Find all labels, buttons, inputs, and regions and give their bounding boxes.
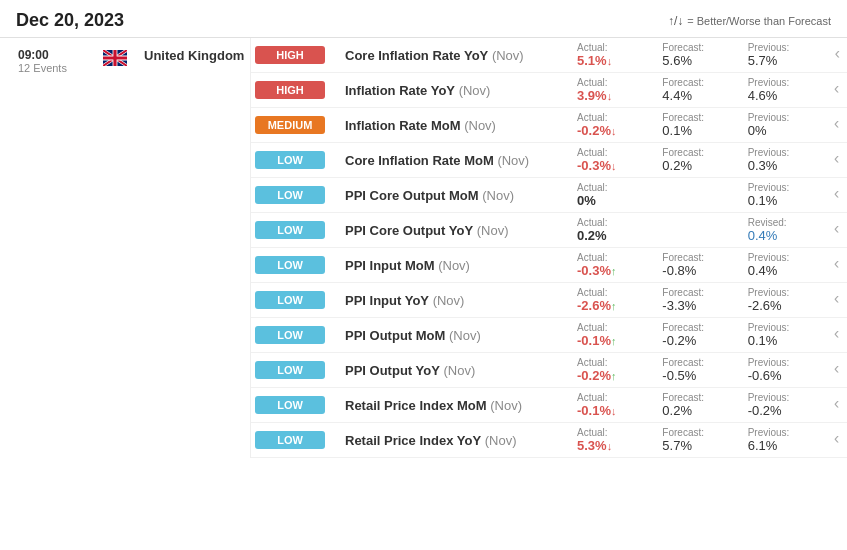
event-period: (Nov) [490, 398, 522, 413]
event-period: (Nov) [443, 363, 475, 378]
forecast-cell: Forecast:-3.3% [656, 283, 741, 318]
uk-flag-icon [103, 50, 127, 66]
badge-high: HIGH [255, 46, 325, 64]
previous-cell: Previous:0% [742, 108, 827, 143]
event-name: PPI Output YoY [345, 363, 440, 378]
table-row[interactable]: HIGHCore Inflation Rate YoY (Nov)Actual:… [251, 38, 847, 73]
table-row[interactable]: LOWPPI Output YoY (Nov)Actual:-0.2%↑Fore… [251, 353, 847, 388]
event-name-cell: Core Inflation Rate YoY (Nov) [341, 38, 571, 73]
actual-cell: Actual:-2.6%↑ [571, 283, 656, 318]
event-name: Core Inflation Rate YoY [345, 48, 488, 63]
table-row[interactable]: LOWPPI Input YoY (Nov)Actual:-2.6%↑Forec… [251, 283, 847, 318]
table-row[interactable]: LOWPPI Core Output MoM (Nov)Actual:0%Pre… [251, 178, 847, 213]
event-name-cell: Inflation Rate MoM (Nov) [341, 108, 571, 143]
actual-cell: Actual:-0.3%↑ [571, 248, 656, 283]
previous-cell: Previous:5.7% [742, 38, 827, 73]
actual-cell: Actual:5.1%↓ [571, 38, 656, 73]
chevron-icon[interactable]: › [820, 290, 848, 310]
event-period: (Nov) [449, 328, 481, 343]
chevron-icon[interactable]: › [820, 45, 847, 65]
chevron-icon[interactable]: › [820, 255, 848, 275]
event-name: PPI Core Output MoM [345, 188, 479, 203]
event-period: (Nov) [464, 118, 496, 133]
event-name: Inflation Rate YoY [345, 83, 455, 98]
forecast-cell: Forecast:4.4% [656, 73, 741, 108]
previous-cell: Previous:0.1% [742, 318, 827, 353]
chevron-icon[interactable]: › [820, 395, 848, 415]
legend: ↑/↓ = Better/Worse than Forecast [668, 14, 831, 28]
table-row[interactable]: LOWRetail Price Index MoM (Nov)Actual:-0… [251, 388, 847, 423]
left-section: 09:00 12 Events United Kingdom [0, 38, 251, 458]
event-name: PPI Output MoM [345, 328, 445, 343]
event-time: 09:00 [18, 48, 82, 62]
event-name-cell: Retail Price Index YoY (Nov) [341, 423, 571, 458]
forecast-cell: Forecast:5.6% [656, 38, 741, 73]
page-container: Dec 20, 2023 ↑/↓ = Better/Worse than For… [0, 0, 847, 458]
forecast-cell [656, 213, 741, 248]
actual-cell: Actual:5.3%↓ [571, 423, 656, 458]
event-period: (Nov) [459, 83, 491, 98]
previous-cell: Previous:-0.6% [742, 353, 827, 388]
event-period: (Nov) [485, 433, 517, 448]
badge-low: LOW [255, 326, 325, 344]
badge-low: LOW [255, 396, 325, 414]
forecast-cell: Forecast:-0.8% [656, 248, 741, 283]
event-name-cell: PPI Output YoY (Nov) [341, 353, 571, 388]
badge-cell: MEDIUM [251, 108, 341, 143]
actual-cell: Actual:-0.2%↑ [571, 353, 656, 388]
badge-cell: LOW [251, 318, 341, 353]
event-period: (Nov) [497, 153, 529, 168]
event-name-cell: PPI Output MoM (Nov) [341, 318, 571, 353]
chevron-icon[interactable]: › [820, 360, 848, 380]
event-name-cell: Retail Price Index MoM (Nov) [341, 388, 571, 423]
chevron-icon[interactable]: › [820, 220, 848, 240]
previous-cell: Previous:0.3% [742, 143, 827, 178]
event-period: (Nov) [477, 223, 509, 238]
previous-cell: Previous:0.4% [742, 248, 827, 283]
previous-cell: Previous:4.6% [742, 73, 827, 108]
forecast-cell: Forecast:0.2% [656, 388, 741, 423]
events-table: HIGHCore Inflation Rate YoY (Nov)Actual:… [251, 38, 847, 458]
event-name: Retail Price Index YoY [345, 433, 481, 448]
badge-low: LOW [255, 221, 325, 239]
table-row[interactable]: LOWPPI Core Output YoY (Nov)Actual:0.2%R… [251, 213, 847, 248]
badge-cell: LOW [251, 248, 341, 283]
table-row[interactable]: LOWPPI Input MoM (Nov)Actual:-0.3%↑Forec… [251, 248, 847, 283]
badge-cell: LOW [251, 213, 341, 248]
chevron-icon[interactable]: › [820, 325, 848, 345]
badge-low: LOW [255, 431, 325, 449]
chevron-icon[interactable]: › [820, 185, 848, 205]
badge-low: LOW [255, 291, 325, 309]
legend-arrows: ↑/↓ [668, 14, 683, 28]
chevron-icon[interactable]: › [820, 115, 848, 135]
event-name-cell: Inflation Rate YoY (Nov) [341, 73, 571, 108]
event-period: (Nov) [433, 293, 465, 308]
event-name: PPI Input MoM [345, 258, 435, 273]
forecast-cell: Forecast:-0.5% [656, 353, 741, 388]
table-row[interactable]: MEDIUMInflation Rate MoM (Nov)Actual:-0.… [251, 108, 847, 143]
chevron-icon[interactable]: › [820, 430, 848, 450]
table-row[interactable]: HIGHInflation Rate YoY (Nov)Actual:3.9%↓… [251, 73, 847, 108]
table-row[interactable]: LOWPPI Output MoM (Nov)Actual:-0.1%↑Fore… [251, 318, 847, 353]
event-name: PPI Core Output YoY [345, 223, 473, 238]
actual-cell: Actual:-0.3%↓ [571, 143, 656, 178]
country-name: United Kingdom [140, 38, 250, 458]
forecast-cell [656, 178, 741, 213]
actual-cell: Actual:-0.1%↑ [571, 318, 656, 353]
badge-low: LOW [255, 151, 325, 169]
badge-low: LOW [255, 186, 325, 204]
forecast-cell: Forecast:0.1% [656, 108, 741, 143]
badge-cell: LOW [251, 143, 341, 178]
chevron-icon[interactable]: › [820, 80, 848, 100]
event-name-cell: PPI Core Output MoM (Nov) [341, 178, 571, 213]
badge-medium: MEDIUM [255, 116, 325, 134]
previous-cell: Previous:-0.2% [742, 388, 827, 423]
page-header: Dec 20, 2023 ↑/↓ = Better/Worse than For… [0, 0, 847, 38]
previous-cell: Revised:0.4% [742, 213, 827, 248]
table-row[interactable]: LOWRetail Price Index YoY (Nov)Actual:5.… [251, 423, 847, 458]
event-name-cell: Core Inflation Rate MoM (Nov) [341, 143, 571, 178]
badge-cell: LOW [251, 423, 341, 458]
table-row[interactable]: LOWCore Inflation Rate MoM (Nov)Actual:-… [251, 143, 847, 178]
event-name: Inflation Rate MoM [345, 118, 461, 133]
chevron-icon[interactable]: › [820, 150, 848, 170]
